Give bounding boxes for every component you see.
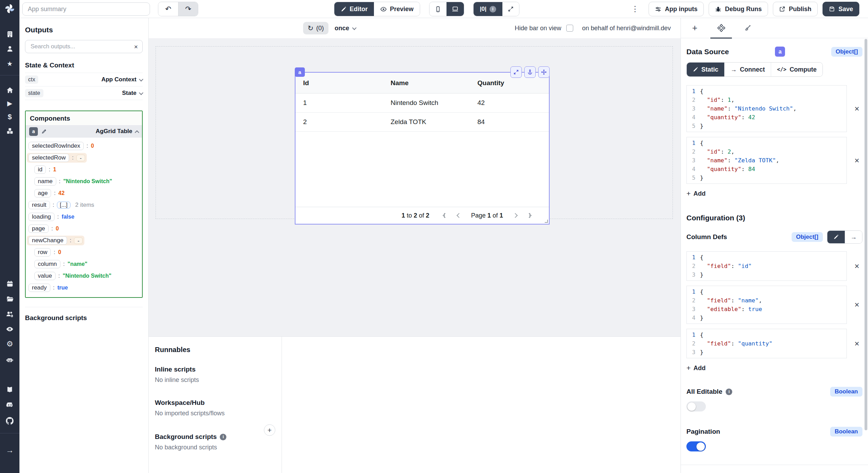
output-value-expand[interactable]: [...] (57, 202, 70, 209)
output-key[interactable]: row (34, 248, 51, 256)
last-page-button[interactable] (527, 213, 530, 218)
add-background-script-button[interactable]: + (264, 424, 275, 436)
table-cell[interactable]: 1 (295, 99, 383, 107)
output-key[interactable]: column (34, 260, 60, 268)
scrollbar-thumb[interactable] (865, 39, 867, 430)
editor-mode-button[interactable]: Editor (334, 2, 374, 16)
publish-button[interactable]: Publish (773, 2, 818, 16)
audit-eye-icon[interactable] (0, 325, 19, 333)
remove-item-button[interactable]: × (851, 156, 862, 165)
windmill-logo-icon[interactable] (4, 3, 15, 14)
edit-mode-button[interactable] (827, 231, 845, 243)
undo-button[interactable]: ↶ (158, 2, 178, 16)
json-editor[interactable]: 1{2 "id": 1,3 "name": "Nintendo Switch",… (686, 85, 847, 132)
all-editable-toggle[interactable] (686, 401, 706, 411)
pagination-toggle[interactable] (686, 441, 706, 451)
discord-icon[interactable] (0, 402, 19, 409)
app-canvas[interactable]: a IdNameQuantity 1Nintendo Switch422Zeld… (149, 38, 681, 336)
tab-styling[interactable] (734, 18, 761, 38)
output-key[interactable]: page (28, 225, 49, 233)
runs-play-icon[interactable]: ▶ (0, 100, 19, 107)
tab-insert-component[interactable]: + (682, 18, 708, 38)
folders-icon[interactable] (0, 295, 19, 303)
resources-cubes-icon[interactable] (0, 127, 19, 134)
first-page-button[interactable] (444, 213, 447, 218)
github-icon[interactable] (0, 417, 19, 425)
anchor-component-button[interactable] (524, 66, 536, 78)
ctx-row[interactable]: ctx App Context (25, 73, 143, 87)
ai-robot-icon[interactable] (0, 356, 19, 364)
table-row[interactable]: 1Nintendo Switch42 (295, 93, 549, 113)
more-menu-icon[interactable]: ⋮ (631, 5, 639, 14)
table-cell[interactable]: 84 (470, 118, 549, 126)
workspace-icon[interactable] (0, 31, 19, 38)
search-outputs-input[interactable] (30, 43, 131, 50)
output-key[interactable]: selectedRow (28, 154, 69, 162)
connect-tab[interactable]: → Connect (724, 63, 771, 76)
output-key[interactable]: id (34, 165, 46, 174)
json-editor[interactable]: 1{2 "field": "name",3 "editable": true4} (686, 286, 847, 324)
variables-dollar-icon[interactable]: $ (0, 113, 19, 121)
remove-item-button[interactable]: × (851, 262, 862, 271)
compute-tab[interactable]: </> Compute (771, 63, 823, 76)
rename-pencil-icon[interactable] (41, 129, 47, 134)
app-inputs-button[interactable]: App inputs (649, 2, 704, 16)
type-badge[interactable]: Object[] (831, 47, 862, 57)
output-key[interactable]: loading (28, 213, 55, 221)
resize-handle[interactable] (545, 220, 548, 223)
output-key[interactable]: result (28, 201, 50, 209)
app-summary-input[interactable] (22, 2, 150, 16)
tab-component-settings[interactable] (708, 18, 734, 38)
state-row[interactable]: state State (25, 87, 143, 100)
remove-item-button[interactable]: × (851, 339, 862, 348)
output-key[interactable]: name (34, 177, 56, 186)
desktop-view-button[interactable] (446, 2, 464, 16)
column-header[interactable]: Id (295, 79, 383, 87)
zero-state-button[interactable]: |0| i (474, 2, 502, 16)
hide-bar-checkbox[interactable] (566, 25, 573, 32)
remove-item-button[interactable]: × (851, 104, 862, 113)
column-header[interactable]: Name (383, 79, 470, 87)
groups-users-icon[interactable] (0, 310, 19, 318)
fullscreen-button[interactable] (502, 2, 519, 16)
component-id-tag[interactable]: a (295, 67, 305, 77)
preview-mode-button[interactable]: Preview (374, 2, 420, 16)
chevron-down-icon[interactable] (139, 90, 143, 95)
clear-search-icon[interactable]: × (134, 43, 138, 50)
schedules-calendar-icon[interactable] (0, 280, 19, 287)
home-icon[interactable] (0, 87, 19, 94)
component-header-row[interactable]: a AgGrid Table (26, 125, 142, 138)
user-icon[interactable] (0, 45, 19, 52)
save-button[interactable]: Save (823, 2, 859, 16)
table-cell[interactable]: Nintendo Switch (383, 99, 470, 107)
redo-button[interactable]: ↷ (178, 2, 198, 16)
favorites-star-icon[interactable]: ★ (0, 60, 19, 68)
next-page-button[interactable] (514, 214, 517, 217)
chevron-up-icon[interactable] (135, 130, 139, 134)
output-key[interactable]: value (34, 272, 56, 280)
output-key[interactable]: age (34, 189, 51, 197)
expand-component-button[interactable] (510, 66, 522, 78)
add-data-item-button[interactable]: +Add (686, 189, 706, 198)
table-cell[interactable]: 2 (295, 118, 383, 126)
column-header[interactable]: Quantity (470, 79, 549, 87)
chevron-down-icon[interactable] (139, 77, 143, 81)
output-key[interactable]: ready (28, 284, 50, 292)
json-editor[interactable]: 1{2 "field": "quantity"3} (686, 329, 847, 358)
add-column-def-button[interactable]: +Add (686, 364, 706, 372)
debug-runs-button[interactable]: Debug Runs (709, 2, 768, 16)
json-editor[interactable]: 1{2 "field": "id"3} (686, 251, 847, 281)
remove-item-button[interactable]: × (851, 300, 862, 309)
refresh-button[interactable]: ↻ (0) (303, 22, 328, 34)
output-key[interactable]: newChange (28, 236, 67, 245)
settings-gear-icon[interactable]: ⚙ (0, 340, 19, 348)
canvas-grid[interactable]: a IdNameQuantity 1Nintendo Switch422Zeld… (156, 46, 673, 219)
connect-mode-button[interactable]: → (845, 231, 862, 243)
json-editor[interactable]: 1{2 "id": 2,3 "name": "Zelda TOTK",4 "qu… (686, 137, 847, 184)
docs-book-icon[interactable] (0, 386, 19, 393)
schedule-dropdown[interactable]: once (335, 25, 356, 32)
aggrid-table-component[interactable]: a IdNameQuantity 1Nintendo Switch422Zeld… (295, 72, 550, 225)
output-key[interactable]: selectedRowIndex (28, 142, 84, 150)
table-row[interactable]: 2Zelda TOTK84 (295, 113, 549, 132)
move-component-button[interactable] (538, 66, 550, 78)
